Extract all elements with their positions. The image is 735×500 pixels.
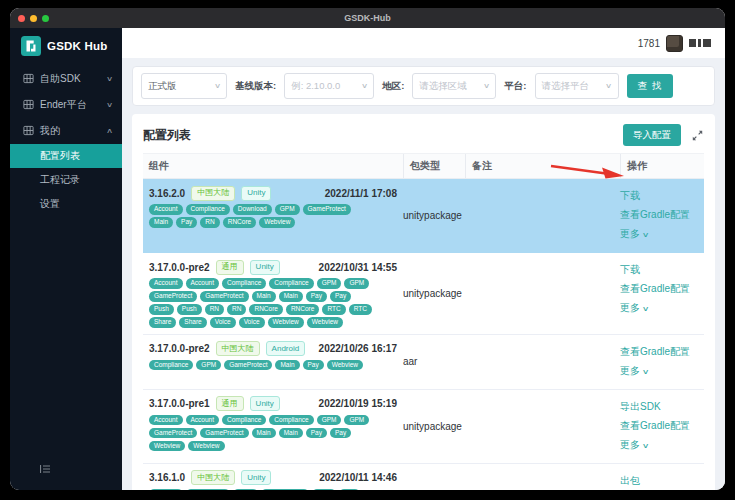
module-chip: RTC xyxy=(322,304,345,315)
module-chip: GPM xyxy=(196,360,221,371)
more-link[interactable]: 更多∨ xyxy=(620,301,704,315)
action-link[interactable]: 查看Gradle配置 xyxy=(620,345,704,359)
chevron-down-icon: ∨ xyxy=(642,231,650,239)
component-version: 3.17.0.0-pre1 xyxy=(149,398,210,409)
module-chip: GameProtect xyxy=(303,204,351,215)
titlebar[interactable]: GSDK-Hub xyxy=(10,8,725,28)
sidebar-item-2[interactable]: 我的∧ xyxy=(10,118,122,144)
import-config-button[interactable]: 导入配置 xyxy=(623,124,681,146)
user-avatar[interactable] xyxy=(666,35,683,52)
main-area: 1781 正式版 ∨ 基线版本: 例: 2.10.0.0 xyxy=(122,28,725,490)
component-cell: 3.16.1.0中国大陆Unity2022/10/11 14:46Account… xyxy=(143,470,403,491)
more-link[interactable]: 更多∨ xyxy=(620,438,704,452)
actions-cell: 出包查看Gradle配置更多∨ xyxy=(620,470,704,491)
sidebar-item-0[interactable]: 自助SDK∨ xyxy=(10,66,122,92)
module-chip: GameProtect xyxy=(224,360,272,371)
component-cell: 3.16.2.0中国大陆Unity2022/11/1 17:08AccountC… xyxy=(143,185,403,246)
module-chip: Compliance xyxy=(149,360,193,371)
action-link[interactable]: 下载 xyxy=(620,189,704,203)
component-cell: 3.17.0.0-pre2通用Unity2022/10/31 14:55Acco… xyxy=(143,259,403,328)
region-tag: 通用 xyxy=(216,396,244,411)
more-link[interactable]: 更多∨ xyxy=(620,364,704,378)
desktop-background: GSDK-Hub GSDK Hub 自助SDK∨Ender平台∨我的∧配置列表工… xyxy=(0,0,735,500)
table-row[interactable]: 3.16.2.0中国大陆Unity2022/11/1 17:08AccountC… xyxy=(143,179,704,253)
sidebar-subitem-0[interactable]: 配置列表 xyxy=(10,144,122,168)
build-datetime: 2022/10/31 14:55 xyxy=(319,262,397,273)
action-link[interactable]: 出包 xyxy=(620,474,704,488)
module-chip: Webview xyxy=(259,217,295,228)
module-chip: Pay xyxy=(330,428,351,439)
module-chip: Push xyxy=(149,304,174,315)
fullscreen-icon[interactable] xyxy=(691,129,704,142)
action-link[interactable]: 查看Gradle配置 xyxy=(620,419,704,433)
module-chip: Push xyxy=(177,304,202,315)
platform-tag: Android xyxy=(266,341,306,356)
module-chip: GPM xyxy=(275,204,300,215)
package-type-cell: unitypackage xyxy=(403,470,465,491)
module-chip: Pay xyxy=(339,489,360,491)
module-chip: Pay xyxy=(330,291,351,302)
module-chip: Account xyxy=(149,489,183,491)
remark-cell xyxy=(465,259,620,328)
search-button[interactable]: 查 找 xyxy=(627,74,674,98)
remark-cell xyxy=(465,396,620,457)
module-chip: Compliance xyxy=(222,415,266,426)
chevron-down-icon: ∨ xyxy=(106,101,113,109)
module-chip: Account xyxy=(149,278,183,289)
table-row[interactable]: 3.17.0.0-pre1通用Unity2022/10/19 15:19Acco… xyxy=(143,390,704,464)
chevron-down-icon: ∨ xyxy=(642,442,650,450)
action-link[interactable]: 查看Gradle配置 xyxy=(620,208,704,222)
module-chip: Compliance xyxy=(186,204,230,215)
remark-cell xyxy=(465,341,620,383)
actions-cell: 下载查看Gradle配置更多∨ xyxy=(620,259,704,328)
module-chip: GameProtect xyxy=(261,489,309,491)
action-link[interactable]: 下载 xyxy=(620,263,704,277)
module-chip: Account xyxy=(149,204,183,215)
sidebar-subitem-2[interactable]: 设置 xyxy=(10,192,122,216)
table-row[interactable]: 3.17.0.0-pre2中国大陆Android2022/10/26 16:17… xyxy=(143,335,704,390)
module-chip-list: AccountComplianceGPMGameProtectMainPayPu… xyxy=(149,489,373,491)
module-chip: Account xyxy=(186,278,220,289)
module-chip: Voice xyxy=(210,317,236,328)
logo-text: GSDK Hub xyxy=(47,40,107,52)
module-chip: Share xyxy=(179,317,206,328)
platform-select[interactable]: 请选择平台 ∨ xyxy=(535,73,619,99)
region-tag: 中国大陆 xyxy=(191,470,235,485)
platform-tag: Unity xyxy=(241,470,271,485)
sidebar-item-label: Ender平台 xyxy=(40,98,101,112)
chevron-down-icon: ∨ xyxy=(361,82,368,90)
module-chip: RNCore xyxy=(223,217,256,228)
sidebar-collapse-icon[interactable] xyxy=(40,460,51,478)
remark-cell xyxy=(465,470,620,491)
action-link[interactable]: 查看Gradle配置 xyxy=(620,282,704,296)
actions-cell: 导出SDK查看Gradle配置更多∨ xyxy=(620,396,704,457)
baseline-version-select[interactable]: 例: 2.10.0.0 ∨ xyxy=(284,73,374,99)
region-tag: 中国大陆 xyxy=(216,341,260,356)
platform-tag: Unity xyxy=(250,260,280,275)
component-cell: 3.17.0.0-pre1通用Unity2022/10/19 15:19Acco… xyxy=(143,396,403,457)
sidebar-item-1[interactable]: Ender平台∨ xyxy=(10,92,122,118)
module-chip: Main xyxy=(252,428,276,439)
action-link[interactable]: 导出SDK xyxy=(620,400,704,414)
package-type-cell: unitypackage xyxy=(403,185,465,246)
release-type-select[interactable]: 正式版 ∨ xyxy=(141,73,227,99)
table-row[interactable]: 3.16.1.0中国大陆Unity2022/10/11 14:46Account… xyxy=(143,464,704,491)
topbar: 1781 xyxy=(122,28,725,58)
region-select[interactable]: 请选择区域 ∨ xyxy=(412,73,496,99)
module-chip: GPM xyxy=(344,415,369,426)
chevron-down-icon: ∨ xyxy=(642,368,650,376)
grid-icon xyxy=(23,99,34,112)
table-row[interactable]: 3.17.0.0-pre2通用Unity2022/10/31 14:55Acco… xyxy=(143,253,704,335)
component-version: 3.17.0.0-pre2 xyxy=(149,343,210,354)
module-chip: Compliance xyxy=(269,278,313,289)
module-chip: GameProtect xyxy=(200,291,248,302)
sidebar-item-label: 自助SDK xyxy=(40,72,101,86)
module-chip: GameProtect xyxy=(200,428,248,439)
user-name-redacted[interactable] xyxy=(689,39,711,47)
list-title: 配置列表 xyxy=(143,127,191,144)
chevron-up-icon: ∧ xyxy=(106,127,113,135)
sidebar-subitem-1[interactable]: 工程记录 xyxy=(10,168,122,192)
column-header: 备注 xyxy=(465,154,620,178)
more-link[interactable]: 更多∨ xyxy=(620,227,704,241)
chevron-down-icon: ∨ xyxy=(605,82,612,90)
